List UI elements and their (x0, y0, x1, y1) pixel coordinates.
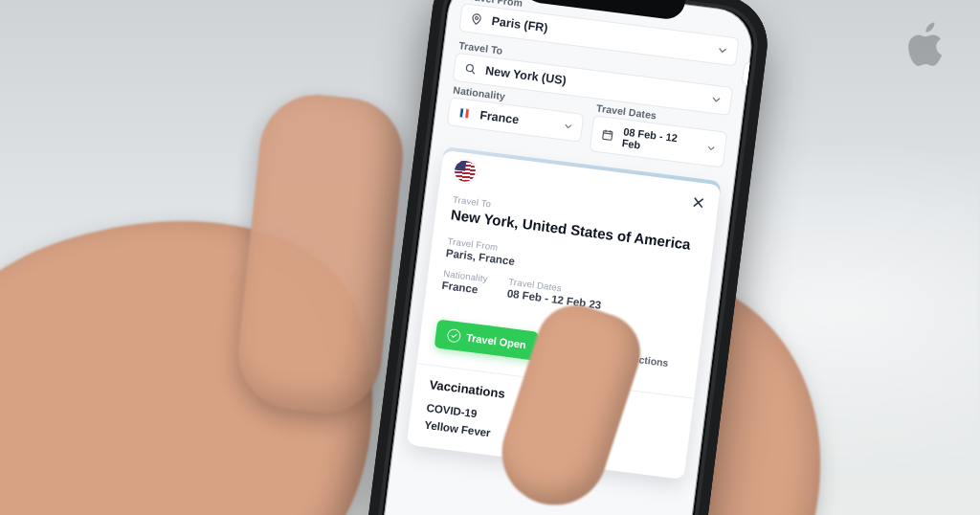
svg-point-0 (475, 16, 478, 19)
flag-icon (457, 104, 474, 122)
value-travel-to: New York (US) (484, 64, 567, 88)
destination-flag-icon (454, 160, 478, 184)
chevron-down-icon (562, 120, 574, 132)
chevron-down-icon (715, 43, 730, 58)
chevron-down-icon (709, 92, 724, 107)
apple-logo-icon (900, 17, 953, 71)
chevron-down-icon (704, 142, 717, 154)
result-nationality: Nationality France (441, 268, 488, 297)
close-icon (690, 194, 707, 212)
value-travel-dates: 08 Feb - 12 Feb (621, 125, 699, 158)
calendar-icon (599, 126, 616, 144)
location-pin-icon (468, 11, 485, 28)
close-button[interactable] (686, 190, 710, 214)
result-dates: Travel Dates 08 Feb - 12 Feb 23 (506, 276, 603, 310)
status-label: Travel Open (465, 331, 526, 350)
status-pill[interactable]: Travel Open (434, 319, 540, 360)
value-travel-from: Paris (FR) (491, 14, 548, 34)
search-icon (461, 60, 479, 78)
check-circle-icon (447, 328, 462, 344)
svg-rect-6 (603, 131, 612, 141)
value-nationality: France (479, 108, 520, 126)
